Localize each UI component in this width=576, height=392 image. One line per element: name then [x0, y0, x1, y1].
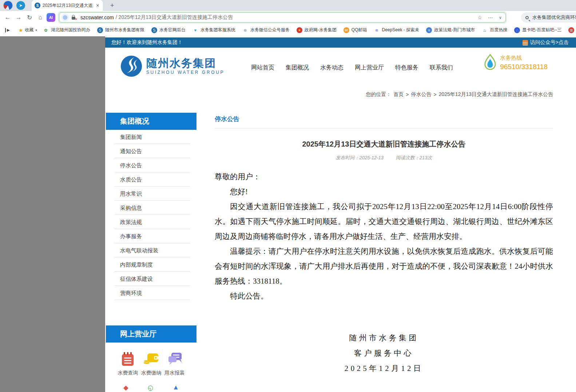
bookmark-favicon-icon: S: [97, 27, 103, 33]
favorites-star-icon: ★: [19, 27, 23, 33]
address-bar[interactable]: szcswater.com / 2025年12月13日交通大道新旧管连接施工停水…: [59, 12, 506, 23]
bookmark-item[interactable]: ≡ 政策法规-荆门市城市: [426, 27, 475, 33]
reload-icon[interactable]: ↻: [24, 14, 35, 21]
back-icon[interactable]: ←: [2, 14, 13, 21]
nav-item[interactable]: 联系我们: [430, 64, 453, 72]
article-title: 2025年12月13日交通大道新旧管连接施工停水公告: [215, 139, 553, 149]
water-install-icon: [167, 351, 182, 367]
browser-logo-icon[interactable]: [3, 1, 13, 10]
bill-pay-icon: [143, 351, 159, 367]
site-info-icon[interactable]: [63, 15, 67, 20]
insecure-lock-icon[interactable]: [72, 17, 75, 20]
bookmark-favicon-icon: ♥: [192, 27, 198, 33]
sidebar-menu-item[interactable]: 用水常识: [115, 187, 190, 201]
side-panel-toggle-icon[interactable]: ▶: [5, 28, 10, 32]
bookmark-label: 水务官网后台: [159, 27, 186, 33]
nav-item[interactable]: 特色服务: [395, 64, 418, 72]
article-body: 尊敬的用户：您好!因交通大道新旧管连接施工，我公司拟于2025年12月13日22…: [215, 169, 553, 304]
browser-search-box[interactable]: 水务集团优化营商环境创: [521, 12, 576, 23]
chevron-down-icon[interactable]: ∨: [499, 15, 502, 20]
search-icon: [525, 16, 529, 19]
site-logo[interactable]: 随州水务集团 SUIZHOU WATER GROUP: [120, 55, 225, 77]
sidebar-menu-item[interactable]: 征信体系建设: [115, 272, 190, 286]
bookmark-label: 水务集团客服系统: [200, 27, 235, 33]
sidebar-menu-item[interactable]: 水质公告: [115, 172, 190, 187]
pinned-app-icon[interactable]: ➤: [16, 1, 25, 10]
bookmark-item[interactable]: ♨ 百度热搜: [482, 27, 507, 33]
sidebar-menu-item[interactable]: 政策法规: [115, 215, 190, 229]
view-count: 阅读次数：213次: [396, 155, 432, 160]
service-label: 水费查询: [118, 370, 138, 376]
home-icon[interactable]: ⌂: [35, 14, 46, 21]
site-favicon-icon: S: [35, 3, 40, 8]
nav-item[interactable]: 水务动态: [320, 64, 343, 72]
bookmark-favicon-icon: ≣: [568, 27, 574, 33]
hotline: 水务热线 96510/3318118: [484, 53, 548, 71]
browser-tab[interactable]: S 2025年12月13日交通大道新 ✕: [32, 0, 103, 11]
bookmark-star-icon[interactable]: ☆: [477, 15, 482, 20]
content-area: 集团概况 集团新闻通知公告停水公告水质公告用水常识采购信息政策法规办事服务水电气…: [105, 113, 576, 392]
bookmark-item[interactable]: ✿ 湖北随州国投协同办: [43, 27, 90, 33]
bookmark-item[interactable]: ∴ 显卡吧-百度贴吧--三: [514, 27, 561, 33]
sidebar-menu-item[interactable]: 内部规章制度: [115, 257, 190, 272]
service-water-install[interactable]: 用水报装: [163, 351, 186, 376]
sidebar-title: 集团概况: [106, 113, 196, 130]
signature-line: 随州市水务集团: [215, 330, 553, 345]
nav-item[interactable]: 网站首页: [251, 64, 274, 72]
calendar-icon: [523, 40, 528, 45]
sidebar-menu-item[interactable]: 办事服务: [115, 229, 190, 243]
sidebar-menu-item[interactable]: 水电气联动报装: [115, 243, 190, 257]
tab-title: 2025年12月13日交通大道新: [43, 3, 93, 9]
sidebar-menu-item[interactable]: 通知公告: [115, 144, 190, 158]
sidebar-menu-item[interactable]: 集团新闻: [115, 130, 190, 144]
hotline-number: 96510/3318118: [500, 63, 548, 71]
service-label: 用水报装: [164, 370, 185, 376]
wechat-cta-label: 访问公众号>点击: [530, 39, 569, 46]
sidebar-menu-item[interactable]: 采购信息: [115, 201, 190, 215]
bookmark-item[interactable]: ✶ 政府网-水务集团: [297, 27, 337, 33]
bookmark-label: 政策法规-荆门市城市: [434, 27, 475, 33]
breadcrumb-category[interactable]: 停水公告: [411, 91, 432, 98]
bookmark-item[interactable]: S 随州市水务集团有限: [97, 27, 144, 33]
service-icon-red[interactable]: ◆: [123, 384, 128, 392]
bookmark-label: 水务微信公众号服务: [250, 27, 290, 33]
service-icon-blue[interactable]: ▲: [172, 384, 179, 392]
bookmark-label: DeepSeek - 探索未: [382, 27, 419, 33]
article-paragraph: 因交通大道新旧管连接施工，我公司拟于2025年12月13日22:00至2025年…: [215, 199, 553, 244]
caret-down-icon: ▾: [35, 28, 37, 32]
forward-icon[interactable]: →: [13, 14, 24, 21]
new-tab-button[interactable]: +: [108, 2, 116, 9]
search-text: 水务集团优化营商环境创: [532, 14, 576, 21]
bookmark-item[interactable]: ♥ 水务集团客服系统: [192, 27, 235, 33]
bookmark-item[interactable]: S 水务官网后台: [151, 27, 186, 33]
bookmark-item[interactable]: ⊕ 水务微信公众号服务: [242, 27, 290, 33]
ai-assistant-icon[interactable]: AI: [47, 13, 55, 22]
sidebar-menu-item[interactable]: 停水公告: [115, 158, 190, 172]
nav-item[interactable]: 集团概况: [286, 64, 309, 72]
article-paragraph: 温馨提示：请广大用户在停水时注意关闭用水设施，以免供水恢复后造成跑水。供水恢复后…: [215, 244, 553, 289]
page-background: 您好！欢迎来到随州水务集团！ 访问公众号>点击 随州水务集团 SUIZHOU W…: [0, 36, 576, 392]
sidebar-menu-item[interactable]: 营商环境: [115, 286, 190, 300]
welcome-bar: 您好！欢迎来到随州水务集团！ 访问公众号>点击: [105, 37, 576, 48]
browser-toolbar: ← → ↻ ⌂ AI szcswater.com / 2025年12月13日交通…: [0, 11, 576, 24]
service-bill-query[interactable]: 水费查询: [116, 351, 139, 376]
nav-item[interactable]: 网上营业厅: [355, 64, 384, 72]
service-icon-green[interactable]: ◵: [148, 384, 154, 392]
article-panel: 停水公告 2025年12月13日交通大道新旧管连接施工停水公告 发布时间：202…: [215, 113, 553, 392]
sidebar: 集团概况 集团新闻通知公告停水公告水质公告用水常识采购信息政策法规办事服务水电气…: [106, 113, 196, 392]
bookmark-item[interactable]: ≋ DeepSeek - 探索未: [374, 27, 419, 33]
bookmark-item[interactable]: ✉ QQ邮箱: [343, 27, 367, 33]
more-actions-icon[interactable]: ⋯: [488, 15, 493, 20]
breadcrumb-home[interactable]: 首页: [393, 91, 404, 98]
service-bill-pay[interactable]: 水费缴纳: [139, 351, 163, 376]
bookmark-favicon-icon: ⊕: [242, 27, 248, 33]
wechat-cta[interactable]: 访问公众号>点击: [523, 39, 569, 46]
breadcrumb-label: 您的位置：: [366, 91, 391, 98]
bookmark-item[interactable]: ≣ 公文宝: [568, 27, 576, 33]
site-header: 随州水务集团 SUIZHOU WATER GROUP 网站首页集团概况水务动态网…: [105, 48, 576, 87]
favorites-menu[interactable]: ★ 收藏 ▾: [19, 27, 37, 33]
site-name-en: SUIZHOU WATER GROUP: [146, 70, 225, 75]
paper-plane-icon: ➤: [19, 3, 23, 8]
hotline-label: 水务热线: [500, 55, 548, 61]
tab-close-icon[interactable]: ✕: [95, 3, 100, 8]
